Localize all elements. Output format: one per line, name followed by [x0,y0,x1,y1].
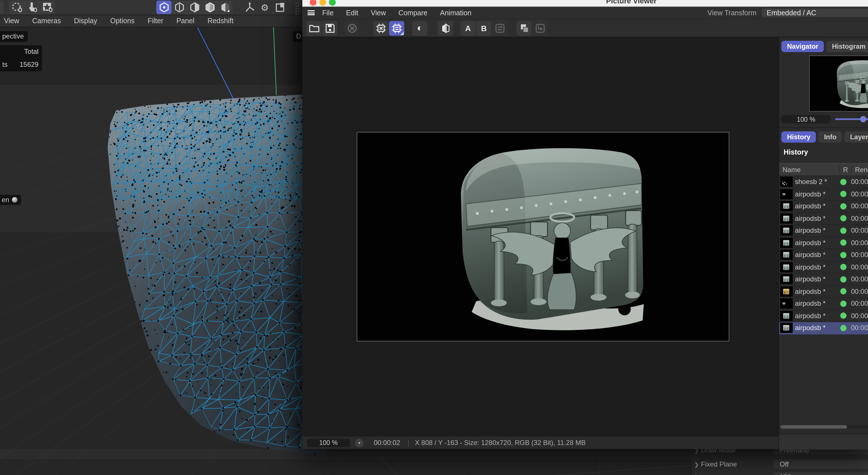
chevron-right-icon[interactable]: ❯ [692,461,701,467]
polygons-mode-icon[interactable] [187,1,202,14]
tab-history[interactable]: History [781,131,816,143]
workplane-icon[interactable] [272,1,288,14]
viewport-menu-panel[interactable]: Panel [176,17,194,25]
pv-menu-file[interactable]: File [322,9,334,17]
history-row[interactable]: airpodsb *00:00 [779,213,868,225]
view-transform-label: View Transform [708,9,756,17]
model-mode-icon[interactable] [202,1,217,14]
navigator-zoom-slider[interactable] [835,118,868,120]
navigator-zoom-field[interactable]: 100 % [781,115,831,123]
close-window-button[interactable] [310,0,316,6]
live-select-icon[interactable] [24,1,40,14]
cancel-render-icon[interactable] [344,21,360,35]
viewport-menu-filter[interactable]: Filter [148,17,163,25]
render-name: airpodsb * [795,239,839,247]
pv-menu-view[interactable]: View [371,9,386,17]
pv-menu-compare[interactable]: Compare [398,9,428,17]
object-name-badge[interactable]: en [0,195,21,205]
pv-menu-edit[interactable]: Edit [346,9,358,17]
viewport-menu-options[interactable]: Options [110,17,134,25]
navigator-thumbnail[interactable] [809,56,868,112]
star-select-icon[interactable] [40,1,55,14]
scrollbar-thumb[interactable] [780,425,847,429]
history-row[interactable]: airpodsb *00:00 [779,225,868,237]
tab-layer[interactable]: Layer [844,131,868,143]
contrast-icon[interactable]: ◐ [412,21,428,35]
view-transform-select[interactable]: Embedded / AC [762,8,868,17]
render-time: 00:00 [851,215,868,222]
chevron-right-icon[interactable]: ❯ [692,474,701,475]
history-table-header: NameRRende [779,163,868,176]
attribute-row: ❯Fixed PlaneOff [692,460,868,469]
copy-image-icon[interactable] [516,21,532,35]
attribute-value-select[interactable]: 100 [773,472,868,475]
flip-ab-icon[interactable] [438,21,453,35]
column-header-r[interactable]: R [839,166,851,173]
column-header-rende[interactable]: Rende [851,166,868,173]
chevron-right-icon[interactable]: ❯ [692,449,701,453]
render-time: 00:00 [851,312,868,320]
compare-b-icon[interactable]: B [476,21,492,35]
render-status-dot [840,203,846,210]
column-header-name[interactable]: Name [779,166,839,173]
history-row[interactable]: airpodsb *00:00 [779,188,868,200]
save-icon[interactable] [322,21,337,35]
render-status-dot [840,288,846,295]
titlebar[interactable]: Picture Viewer [302,0,868,7]
history-row[interactable]: airpodsb *00:00 [779,237,868,249]
attribute-value-select[interactable]: Off [773,460,868,469]
history-row[interactable]: airpodsb *00:00 [779,261,868,274]
render-status-dot [840,191,846,197]
material-sphere-icon [12,197,18,203]
menu-hamburger-icon[interactable] [307,10,315,15]
window-title: Picture Viewer [606,0,657,5]
minimize-window-button[interactable] [319,0,326,6]
render-time: 00:00 [851,300,868,308]
compare-a-icon[interactable]: A [460,21,476,35]
history-row[interactable]: airpodsb *00:00 [779,298,868,310]
history-row[interactable]: airpodsb *00:00 [779,310,868,322]
history-row[interactable]: airpodsb *00:00 [779,322,868,334]
pv-menu-animation[interactable]: Animation [440,9,471,17]
free-select-icon[interactable] [9,1,24,14]
toolbar-button-partial[interactable] [0,1,3,14]
ram-render-icon[interactable] [389,21,404,35]
zoom-dropdown-button[interactable]: ▼ [355,439,364,447]
history-row[interactable]: airpodsb *00:00 [779,200,868,213]
zoom-window-button[interactable] [329,0,336,6]
texture-mode-icon[interactable] [217,1,233,14]
attribute-value-select[interactable]: Freehand [773,449,868,454]
history-row[interactable]: shoesb 2 *00:00 [779,176,868,188]
viewport-menu-redshift[interactable]: Redshift [208,17,234,25]
history-row[interactable]: airpodsb *00:00 [779,249,868,261]
zoom-level-field[interactable]: 100 % [307,439,350,447]
history-hscrollbar[interactable] [780,425,868,429]
ram-clear-icon[interactable] [373,21,389,35]
tab-navigator[interactable]: Navigator [781,41,824,52]
attribute-label: Fixed Plane [701,460,737,468]
tab-info[interactable]: Info [818,131,842,143]
render-time: 00:00 [851,190,868,198]
slider-knob[interactable] [860,116,866,122]
points-mode-icon[interactable] [156,1,172,14]
history-row[interactable]: airpodsb *00:00 [779,274,868,286]
render-thumbnail [780,226,793,236]
viewport-menu-display[interactable]: Display [74,17,97,25]
viewport-menu-cameras[interactable]: Cameras [32,17,61,25]
status-divider [408,439,408,446]
gear-icon[interactable]: ⚙ [257,1,272,14]
render-thumbnail [780,238,793,248]
viewport-menu-view[interactable]: View [4,17,19,25]
history-row[interactable]: airpodsb *00:00 [779,286,868,298]
pv-canvas-area[interactable] [302,37,779,436]
tab-histogram[interactable]: Histogram [826,41,868,52]
render-time: 00:00 [851,178,868,186]
folder-open-icon[interactable] [306,21,321,35]
rendered-image[interactable] [357,132,729,341]
edges-mode-icon[interactable] [172,1,187,14]
export-image-icon[interactable] [532,21,548,35]
swap-ab-icon[interactable] [492,21,507,35]
axis-mode-icon[interactable] [242,1,257,14]
camera-label-badge[interactable]: pective [0,31,28,42]
selection-tool-group [9,1,55,14]
